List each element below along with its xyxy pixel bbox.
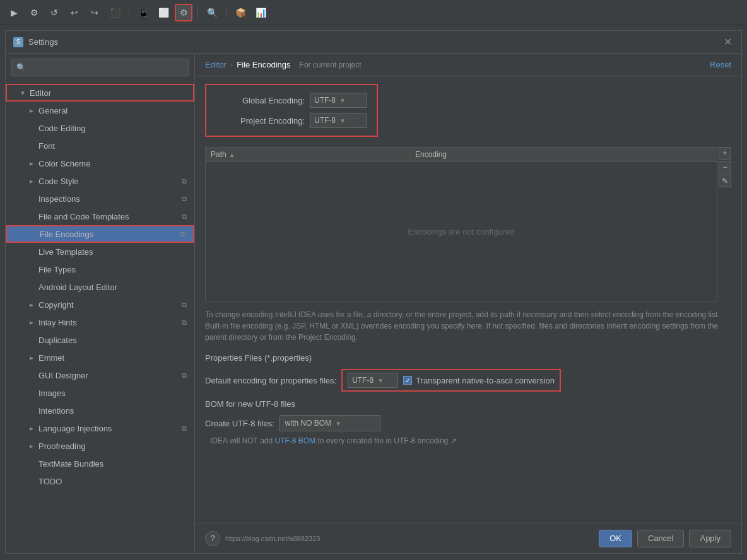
th-path: Path ▲ xyxy=(206,148,410,161)
sidebar-item-gui-designer[interactable]: GUI Designer ⧉ xyxy=(6,366,194,384)
breadcrumb-parent[interactable]: Editor xyxy=(205,60,226,69)
create-utf8-dropdown[interactable]: with NO BOM ▼ xyxy=(279,415,380,431)
project-encoding-value: UTF-8 xyxy=(314,116,336,125)
toolbar-forward[interactable]: ↪ xyxy=(86,4,103,21)
settings-window-title: Settings xyxy=(28,37,721,47)
toolbar: ▶ ⚙ ↺ ↩ ↪ ⬛ 📱 ⬜ ⚙ 🔍 📦 📊 xyxy=(0,0,747,25)
sort-icon: ▲ xyxy=(229,151,235,158)
sidebar-item-emmet[interactable]: ► Emmet xyxy=(6,349,194,366)
settings-title-bar: S Settings ✕ xyxy=(6,31,741,54)
close-button[interactable]: ✕ xyxy=(721,36,734,49)
help-button[interactable]: ? xyxy=(205,531,220,546)
sidebar-item-proofreading[interactable]: ► Proofreading xyxy=(6,437,194,455)
arrow-inlay-hints: ► xyxy=(28,319,38,326)
toolbar-run[interactable]: ▶ xyxy=(5,4,23,21)
toolbar-search[interactable]: 🔍 xyxy=(203,4,221,21)
transparent-label: Transparent native-to-ascii conversion xyxy=(416,376,555,385)
toolbar-device[interactable]: 📱 xyxy=(134,4,152,21)
sidebar-item-copyright[interactable]: ► Copyright ⧉ xyxy=(6,296,194,313)
sidebar-item-language-injections[interactable]: ► Language Injections ⧉ xyxy=(6,419,194,437)
separator-1 xyxy=(129,6,129,19)
sidebar-item-inlay-hints[interactable]: ► Inlay Hints ⧉ xyxy=(6,313,194,331)
default-encoding-label: Default encoding for properties files: xyxy=(205,376,336,385)
add-row-button[interactable]: + xyxy=(719,147,731,160)
path-table-container: Path ▲ Encoding Encodings are not config… xyxy=(205,147,717,301)
breadcrumb-current: File Encodings xyxy=(237,60,290,69)
transparent-conversion-wrapper: ✓ Transparent native-to-ascii conversion xyxy=(403,376,555,385)
sidebar-item-file-code-templates[interactable]: File and Code Templates ⧉ xyxy=(6,207,194,225)
project-encoding-dropdown[interactable]: UTF-8 ▼ xyxy=(310,113,367,128)
settings-window-icon: S xyxy=(13,37,23,47)
sidebar-item-textmate-bundles[interactable]: TextMate Bundles xyxy=(6,455,194,472)
toolbar-undo[interactable]: ↺ xyxy=(45,4,63,21)
create-utf8-value: with NO BOM xyxy=(285,419,331,428)
arrow-code-style: ► xyxy=(28,178,38,185)
sidebar-item-color-scheme[interactable]: ► Color Scheme xyxy=(6,155,194,172)
breadcrumb-bar: Editor › File Encodings For current proj… xyxy=(195,54,741,76)
copy-icon-language-injections: ⧉ xyxy=(179,423,189,433)
sidebar-item-todo[interactable]: TODO xyxy=(6,472,194,490)
breadcrumb-separator: › xyxy=(230,60,233,69)
project-note: For current project xyxy=(300,61,362,69)
toolbar-back[interactable]: ↩ xyxy=(66,4,83,21)
reset-button[interactable]: Reset xyxy=(710,60,731,69)
bom-note-suffix: to every created file in UTF-8 encoding … xyxy=(318,436,457,445)
table-content: Path ▲ Encoding Encodings are not config… xyxy=(206,148,717,301)
toolbar-stop[interactable]: ⬛ xyxy=(106,4,124,21)
apply-button[interactable]: Apply xyxy=(689,530,731,547)
toolbar-pkg1[interactable]: 📦 xyxy=(232,4,249,21)
properties-encoding-value: UTF-8 xyxy=(352,376,374,385)
properties-encoding-dropdown[interactable]: UTF-8 ▼ xyxy=(348,373,398,388)
search-box[interactable]: 🔍 xyxy=(11,59,189,76)
copy-icon-inspections: ⧉ xyxy=(179,194,189,204)
toolbar-build[interactable]: ⚙ xyxy=(25,4,43,21)
global-encoding-value: UTF-8 xyxy=(314,96,336,105)
toolbar-settings[interactable]: ⚙ xyxy=(175,4,192,21)
settings-window: S Settings ✕ 🔍 ▼ Editor ► General xyxy=(5,30,742,554)
project-encoding-arrow: ▼ xyxy=(339,117,346,124)
encoding-box: Global Encoding: UTF-8 ▼ Project Encodin… xyxy=(205,84,378,137)
sidebar-item-file-types[interactable]: File Types xyxy=(6,260,194,278)
copy-icon-file-templates: ⧉ xyxy=(179,211,189,221)
sidebar-item-editor[interactable]: ▼ Editor xyxy=(6,84,194,102)
sidebar-item-general[interactable]: ► General xyxy=(6,102,194,119)
sidebar-item-duplicates[interactable]: Duplicates xyxy=(6,331,194,349)
search-input[interactable] xyxy=(30,63,184,72)
sidebar-item-code-style[interactable]: ► Code Style ⧉ xyxy=(6,172,194,190)
properties-section-title: Properties Files (*.properties) xyxy=(205,353,731,363)
copy-icon-file-encodings: ⧉ xyxy=(178,229,188,239)
toolbar-pkg2[interactable]: 📊 xyxy=(252,4,269,21)
separator-3 xyxy=(226,6,226,19)
global-encoding-arrow: ▼ xyxy=(339,97,346,104)
global-encoding-dropdown[interactable]: UTF-8 ▼ xyxy=(310,93,367,108)
sidebar-item-live-templates[interactable]: Live Templates xyxy=(6,243,194,260)
sidebar-item-font[interactable]: Font xyxy=(6,137,194,155)
create-utf8-label: Create UTF-8 files: xyxy=(205,419,274,428)
sidebar-item-images[interactable]: Images xyxy=(6,384,194,402)
ok-button[interactable]: OK xyxy=(599,530,632,547)
separator-2 xyxy=(197,6,198,19)
remove-row-button[interactable]: − xyxy=(719,161,731,173)
arrow-proofreading: ► xyxy=(28,443,38,450)
create-utf8-row: Create UTF-8 files: with NO BOM ▼ xyxy=(205,415,731,431)
sidebar-item-code-editing[interactable]: Code Editing xyxy=(6,119,194,137)
sidebar-item-inspections[interactable]: Inspections ⧉ xyxy=(6,190,194,207)
table-action-buttons: + − ✎ xyxy=(719,147,731,304)
sidebar-item-android-layout-editor[interactable]: Android Layout Editor xyxy=(6,278,194,296)
encoding-hint: To change encoding IntelliJ IDEA uses fo… xyxy=(205,309,731,343)
sidebar-item-file-encodings[interactable]: File Encodings ⧉ xyxy=(6,225,194,243)
empty-message: Encodings are not configured xyxy=(408,227,514,236)
th-encoding: Encoding xyxy=(410,148,717,161)
sidebar-item-intentions[interactable]: Intentions xyxy=(6,402,194,419)
edit-row-button[interactable]: ✎ xyxy=(719,175,731,187)
transparent-checkbox[interactable]: ✓ xyxy=(403,376,412,385)
toolbar-layout[interactable]: ⬜ xyxy=(155,4,172,21)
project-encoding-label: Project Encoding: xyxy=(216,116,305,125)
properties-encoding-arrow: ▼ xyxy=(377,377,384,384)
main-content: Editor › File Encodings For current proj… xyxy=(195,54,741,553)
bom-link[interactable]: UTF-8 BOM xyxy=(274,436,315,445)
bom-dropdown-arrow: ▼ xyxy=(335,420,341,427)
copy-icon-copyright: ⧉ xyxy=(179,300,189,310)
copy-icon-inlay-hints: ⧉ xyxy=(179,317,189,327)
cancel-button[interactable]: Cancel xyxy=(637,530,684,547)
